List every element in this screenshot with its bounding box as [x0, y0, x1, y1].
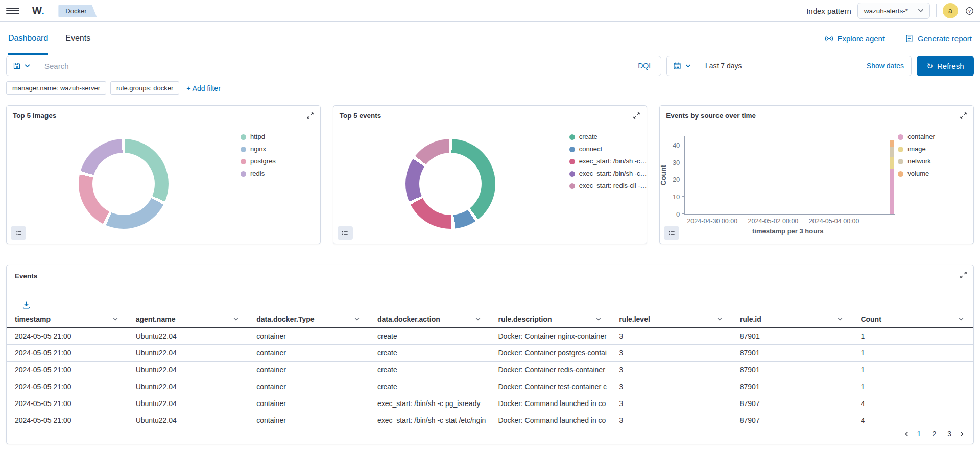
table-cell: Docker: Command launched in co [490, 412, 611, 429]
search-input[interactable] [37, 62, 630, 70]
legend-item[interactable]: network [898, 158, 935, 165]
legend-dot-icon [241, 171, 246, 177]
chevron-down-icon [917, 7, 924, 14]
legend-item[interactable]: create [569, 133, 647, 140]
x-tick-label: 2024-04-30 00:00 [687, 218, 737, 225]
date-picker: Last 7 days Show dates [666, 56, 912, 76]
panel-title: Events by source over time [666, 112, 756, 120]
legend-dot-icon [569, 134, 575, 140]
expand-icon[interactable] [632, 111, 641, 121]
panel-events-table: Events timestampagent.namedata.docker.Ty… [6, 265, 974, 444]
legend-item[interactable]: image [898, 146, 935, 153]
legend-toggle-button[interactable] [338, 226, 353, 240]
previous-page-icon[interactable] [903, 431, 910, 437]
table-row: 2024-05-05 21:00Ubuntu22.04containerexec… [7, 395, 973, 412]
column-header-button[interactable]: agent.name [136, 315, 242, 323]
legend-label: postgres [250, 158, 276, 165]
column-header-button[interactable]: data.docker.Type [256, 315, 362, 323]
column-label: agent.name [136, 315, 176, 323]
column-header-button[interactable]: data.docker.action [377, 315, 483, 323]
legend-item[interactable]: connect [569, 146, 647, 153]
legend-item[interactable]: volume [898, 170, 935, 177]
legend-item[interactable]: httpd [241, 133, 276, 140]
charts-row: Top 5 images httpdnginxpostgresredis Top… [0, 95, 980, 244]
table-cell: create [369, 345, 490, 362]
legend-dot-icon [898, 134, 903, 140]
refresh-button[interactable]: ↻ Refresh [917, 56, 974, 76]
table-cell: 2024-05-05 21:00 [7, 395, 128, 412]
legend-toggle-button[interactable] [11, 226, 26, 240]
legend-label: container [907, 133, 935, 140]
legend-label: httpd [250, 133, 265, 140]
legend-item[interactable]: container [898, 133, 935, 140]
chevron-down-icon [958, 316, 964, 322]
bar-segment-container[interactable] [890, 169, 894, 214]
query-language-button[interactable]: DQL [630, 62, 661, 70]
legend-item[interactable]: nginx [241, 146, 276, 153]
hamburger-menu-icon[interactable] [6, 4, 19, 17]
column-header-button[interactable]: rule.level [619, 315, 725, 323]
avatar[interactable]: a [943, 3, 958, 18]
add-filter-link[interactable]: + Add filter [186, 84, 221, 92]
legend-label: exec_start: redis-cli -… [579, 182, 647, 189]
table-cell: 3 [611, 345, 732, 362]
tab-events[interactable]: Events [65, 22, 90, 55]
table-cell: 4 [852, 412, 973, 429]
table-cell: 3 [611, 378, 732, 395]
help-icon[interactable]: ? [965, 7, 974, 15]
bar-segment-volume[interactable] [890, 140, 894, 147]
expand-icon[interactable] [305, 111, 315, 121]
column-header-button[interactable]: rule.id [740, 315, 846, 323]
column-header-button[interactable]: timestamp [15, 315, 121, 323]
expand-icon[interactable] [959, 111, 968, 121]
filter-pill-rule-groups[interactable]: rule.groups: docker [110, 81, 179, 95]
table-cell: Docker: Container test-container c [490, 378, 611, 395]
legend-label: exec_start: /bin/sh -c… [579, 170, 647, 177]
column-label: data.docker.action [377, 315, 440, 323]
page-button-3[interactable]: 3 [945, 429, 953, 439]
calendar-menu-button[interactable] [667, 56, 698, 76]
legend-item[interactable]: exec_start: /bin/sh -c… [569, 158, 647, 165]
saved-queries-button[interactable] [7, 56, 37, 76]
next-page-icon[interactable] [959, 431, 965, 437]
panel-title: Events [15, 272, 37, 280]
y-tick-label: 0 [676, 210, 680, 218]
legend-item[interactable]: postgres [241, 158, 276, 165]
column-header-button[interactable]: rule.description [498, 315, 604, 323]
chevron-down-icon [24, 63, 31, 69]
breadcrumb-docker[interactable]: Docker [58, 5, 97, 17]
y-axis-label: Count [659, 165, 667, 185]
legend-toggle-button[interactable] [664, 226, 679, 240]
time-range-value[interactable]: Last 7 days [698, 62, 742, 70]
y-tick-mark [682, 196, 685, 197]
column-header-button[interactable]: Count [861, 315, 966, 323]
donut-chart-top5-events[interactable] [405, 139, 495, 229]
legend-item[interactable]: redis [241, 170, 276, 177]
stacked-bar[interactable] [890, 136, 894, 214]
events-table-scroll-area[interactable]: timestampagent.namedata.docker.Typedata.… [7, 313, 973, 428]
legend-label: volume [907, 170, 929, 177]
download-csv-icon[interactable] [21, 300, 32, 311]
bar-chart-plot[interactable]: Count timestamp per 3 hours 010203040202… [684, 136, 895, 215]
explore-agent-button[interactable]: Explore agent [825, 34, 885, 43]
generate-report-button[interactable]: Generate report [905, 34, 972, 43]
legend-label: create [579, 133, 597, 140]
table-cell: 87907 [732, 395, 853, 412]
donut-chart-top5-images[interactable] [79, 139, 169, 229]
page-button-1[interactable]: 1 [915, 429, 923, 439]
expand-icon[interactable] [959, 270, 968, 280]
legend-item[interactable]: exec_start: redis-cli -… [569, 182, 647, 189]
table-cell: 1 [852, 345, 973, 362]
tab-dashboard[interactable]: Dashboard [8, 22, 48, 55]
wazuh-logo[interactable]: W. [32, 5, 44, 17]
table-cell: 3 [611, 412, 732, 429]
bar-segment-network[interactable] [890, 147, 894, 157]
bar-segment-image[interactable] [890, 157, 894, 170]
index-pattern-select[interactable]: wazuh-alerts-* [857, 3, 930, 19]
chevron-down-icon [716, 316, 723, 322]
panel-top5-events: Top 5 events createconnectexec_start: /b… [333, 105, 648, 244]
page-button-2[interactable]: 2 [930, 429, 938, 439]
show-dates-link[interactable]: Show dates [867, 62, 911, 70]
filter-pill-manager-name[interactable]: manager.name: wazuh-server [6, 81, 106, 95]
legend-item[interactable]: exec_start: /bin/sh -c… [569, 170, 647, 177]
